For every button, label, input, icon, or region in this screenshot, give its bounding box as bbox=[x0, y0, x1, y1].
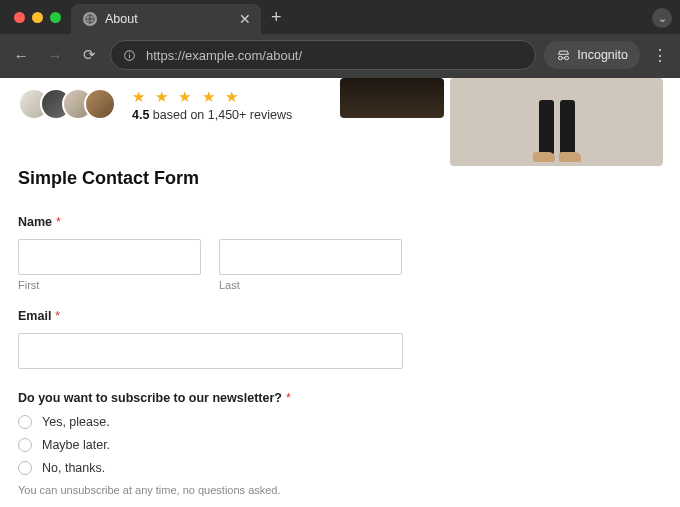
tab-title: About bbox=[105, 12, 231, 26]
browser-chrome: About ✕ + ⌄ ← → ⟳ https://example.com/ab… bbox=[0, 0, 680, 78]
incognito-icon bbox=[556, 48, 571, 63]
required-marker: * bbox=[56, 215, 61, 229]
menu-icon[interactable]: ⋮ bbox=[648, 46, 672, 65]
radio-icon bbox=[18, 461, 32, 475]
svg-rect-3 bbox=[129, 52, 130, 53]
incognito-badge[interactable]: Incognito bbox=[544, 41, 640, 69]
rating-score: 4.5 bbox=[132, 108, 149, 122]
forward-button[interactable]: → bbox=[42, 42, 68, 68]
hero-image bbox=[450, 78, 663, 166]
first-name-input[interactable] bbox=[18, 239, 201, 275]
site-info-icon bbox=[123, 49, 136, 62]
rating-text: 4.5 based on 1,450+ reviews bbox=[132, 108, 292, 122]
back-button[interactable]: ← bbox=[8, 42, 34, 68]
url-text: https://example.com/about/ bbox=[146, 48, 302, 63]
contact-form: Name* First Last Email* Do you want to s… bbox=[0, 189, 420, 496]
first-name-sublabel: First bbox=[18, 279, 201, 291]
rating-suffix: based on 1,450+ reviews bbox=[149, 108, 292, 122]
radio-icon bbox=[18, 438, 32, 452]
incognito-label: Incognito bbox=[577, 48, 628, 62]
new-tab-button[interactable]: + bbox=[261, 7, 292, 28]
reload-button[interactable]: ⟳ bbox=[76, 42, 102, 68]
tabs-dropdown-icon[interactable]: ⌄ bbox=[652, 8, 672, 28]
page-content: ★ ★ ★ ★ ★ 4.5 based on 1,450+ reviews Si… bbox=[0, 78, 680, 507]
name-row: First Last bbox=[18, 239, 402, 291]
last-name-input[interactable] bbox=[219, 239, 402, 275]
star-icons: ★ ★ ★ ★ ★ bbox=[132, 88, 292, 106]
email-group: Email* bbox=[18, 309, 402, 369]
email-label: Email* bbox=[18, 309, 402, 323]
name-label: Name* bbox=[18, 215, 402, 229]
maximize-window-icon[interactable] bbox=[50, 12, 61, 23]
rating-block: ★ ★ ★ ★ ★ 4.5 based on 1,450+ reviews bbox=[132, 88, 292, 122]
form-heading: Simple Contact Form bbox=[18, 168, 680, 189]
newsletter-hint: You can unsubscribe at any time, no ques… bbox=[18, 484, 402, 496]
last-name-sublabel: Last bbox=[219, 279, 402, 291]
globe-icon bbox=[83, 12, 97, 26]
hero-row: ★ ★ ★ ★ ★ 4.5 based on 1,450+ reviews bbox=[0, 78, 680, 120]
toolbar: ← → ⟳ https://example.com/about/ Incogni… bbox=[0, 34, 680, 78]
newsletter-group: Do you want to subscribe to our newslett… bbox=[18, 391, 402, 496]
address-bar[interactable]: https://example.com/about/ bbox=[110, 40, 536, 70]
newsletter-options: Yes, please. Maybe later. No, thanks. bbox=[18, 415, 402, 475]
hero-image bbox=[340, 78, 444, 118]
newsletter-question: Do you want to subscribe to our newslett… bbox=[18, 391, 402, 405]
required-marker: * bbox=[286, 391, 291, 405]
hero-image-content bbox=[527, 100, 587, 160]
email-input[interactable] bbox=[18, 333, 403, 369]
close-tab-icon[interactable]: ✕ bbox=[239, 12, 251, 26]
option-label: Yes, please. bbox=[42, 415, 110, 429]
minimize-window-icon[interactable] bbox=[32, 12, 43, 23]
avatar bbox=[84, 88, 116, 120]
tab-strip: About ✕ + ⌄ bbox=[0, 0, 680, 34]
option-label: Maybe later. bbox=[42, 438, 110, 452]
radio-icon bbox=[18, 415, 32, 429]
newsletter-option[interactable]: Yes, please. bbox=[18, 415, 402, 429]
close-window-icon[interactable] bbox=[14, 12, 25, 23]
newsletter-option[interactable]: No, thanks. bbox=[18, 461, 402, 475]
required-marker: * bbox=[55, 309, 60, 323]
newsletter-option[interactable]: Maybe later. bbox=[18, 438, 402, 452]
svg-rect-2 bbox=[129, 54, 130, 58]
browser-tab[interactable]: About ✕ bbox=[71, 4, 261, 34]
window-controls bbox=[8, 12, 71, 23]
option-label: No, thanks. bbox=[42, 461, 105, 475]
